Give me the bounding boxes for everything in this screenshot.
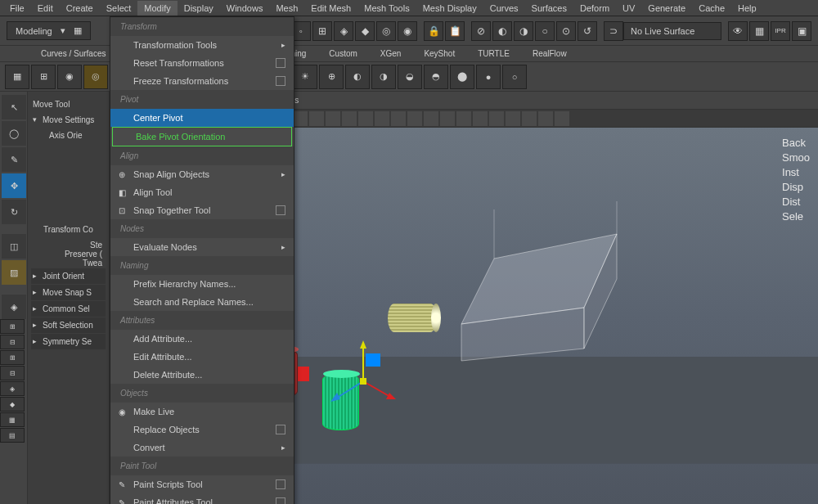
shelf-icon[interactable]: ○ <box>502 65 527 89</box>
tool-section[interactable]: Symmetry Se <box>31 334 106 349</box>
menu-item-center-pivot[interactable]: Center Pivot <box>110 109 294 127</box>
shelf-icon[interactable]: ● <box>476 65 501 89</box>
vp-tool-icon[interactable] <box>309 111 324 126</box>
menu-item-prefix-hierarchy-names-[interactable]: Prefix Hierarchy Names... <box>110 275 294 293</box>
vp-tool-icon[interactable] <box>391 111 406 126</box>
si4[interactable]: ⊟ <box>0 366 25 380</box>
shelf-tab[interactable]: TURTLE <box>470 47 518 61</box>
shelf-icon[interactable]: ◓ <box>424 65 448 89</box>
menu-item-optionbox[interactable] <box>276 497 285 504</box>
tool-section[interactable]: Move Snap S <box>31 285 106 300</box>
menu-uv[interactable]: UV <box>616 1 641 16</box>
menu-mesh-display[interactable]: Mesh Display <box>416 1 483 16</box>
sym5-icon[interactable]: ⊙ <box>556 21 576 41</box>
menu-select[interactable]: Select <box>100 1 138 16</box>
menu-item-edit-attribute-[interactable]: Edit Attribute... <box>110 348 294 366</box>
shelf-icon[interactable]: ⬤ <box>450 65 474 89</box>
hist-off-icon[interactable]: 📋 <box>445 21 465 41</box>
hud-icon[interactable]: ▦ <box>749 21 769 41</box>
vp-tool-icon[interactable] <box>407 111 422 126</box>
snap-vertex-icon[interactable]: ◆ <box>355 21 375 41</box>
menu-item-optionbox[interactable] <box>276 76 285 86</box>
vp-tool-icon[interactable] <box>326 111 340 126</box>
snap-plane-icon[interactable]: ◈ <box>334 21 353 41</box>
menu-item-snap-together-tool[interactable]: Snap Together Tool⊡ <box>110 201 294 219</box>
menu-item-convert[interactable]: Convert <box>110 439 294 457</box>
sym2-icon[interactable]: ◐ <box>492 21 512 41</box>
tool-section[interactable]: Soft Selection <box>31 317 106 333</box>
si1[interactable]: ⊞ <box>0 319 25 334</box>
snap-view-icon[interactable]: ◎ <box>376 21 396 41</box>
vp-tool-icon[interactable] <box>473 111 488 126</box>
menu-windows[interactable]: Windows <box>220 1 270 16</box>
vp-tool-icon[interactable] <box>293 111 308 126</box>
lasso-tool-icon[interactable]: ◯ <box>2 121 26 146</box>
shelf-icon[interactable]: ◒ <box>398 65 422 89</box>
si5[interactable]: ◈ <box>0 381 25 396</box>
sym-icon[interactable]: ⊘ <box>471 21 491 41</box>
si7[interactable]: ▦ <box>0 412 25 427</box>
vp-tool-icon[interactable] <box>522 111 537 126</box>
menu-item-optionbox[interactable] <box>276 58 285 68</box>
menu-item-align-tool[interactable]: Align Tool◧ <box>110 183 294 201</box>
rotate-tool-icon[interactable]: ↻ <box>2 200 26 224</box>
menu-mesh-tools[interactable]: Mesh Tools <box>357 1 416 16</box>
magnet-icon[interactable]: ⊃ <box>604 21 623 41</box>
lock-icon[interactable]: 🔒 <box>424 21 443 41</box>
paint-tool-icon[interactable]: ✎ <box>2 147 26 172</box>
menu-generate[interactable]: Generate <box>641 1 692 16</box>
shelf-icon[interactable]: ◎ <box>83 65 108 89</box>
vp-tool-icon[interactable] <box>555 111 569 126</box>
menu-mesh[interactable]: Mesh <box>269 1 304 16</box>
menu-item-transformation-tools[interactable]: Transformation Tools <box>110 36 294 54</box>
live-surface-field[interactable]: No Live Surface <box>623 22 721 40</box>
shelf-icon[interactable]: ◉ <box>57 65 82 89</box>
menu-item-evaluate-nodes[interactable]: Evaluate Nodes <box>110 238 294 256</box>
isolate-icon[interactable]: 👁 <box>728 21 748 41</box>
shelf-tab[interactable]: Custom <box>321 47 365 61</box>
menu-deform[interactable]: Deform <box>573 1 616 16</box>
si3[interactable]: ⊞ <box>0 350 25 365</box>
soft-tool-icon[interactable]: ◈ <box>2 295 26 319</box>
menu-help[interactable]: Help <box>731 1 763 16</box>
menu-item-paint-attributes-tool[interactable]: Paint Attributes Tool✎ <box>110 493 294 504</box>
si8[interactable]: ▤ <box>0 428 25 443</box>
vp-tool-icon[interactable] <box>375 111 389 126</box>
render-icon[interactable]: ▣ <box>792 21 811 41</box>
sym3-icon[interactable]: ◑ <box>514 21 533 41</box>
tool-section[interactable]: Common Sel <box>31 301 106 317</box>
scale-tool-icon[interactable]: ◫ <box>2 234 26 259</box>
menu-item-optionbox[interactable] <box>276 479 285 489</box>
sym6-icon[interactable]: ↺ <box>578 21 597 41</box>
menu-item-snap-align-objects[interactable]: Snap Align Objects⊕ <box>110 165 294 183</box>
menu-item-freeze-transformations[interactable]: Freeze Transformations <box>110 72 294 90</box>
sym4-icon[interactable]: ○ <box>535 21 555 41</box>
menu-item-bake-pivot-orientation[interactable]: Bake Pivot Orientation <box>112 127 292 146</box>
snap-grid-icon[interactable]: ⊞ <box>312 21 332 41</box>
menu-surfaces[interactable]: Surfaces <box>525 1 573 16</box>
si6[interactable]: ◆ <box>0 397 25 412</box>
vp-tool-icon[interactable] <box>506 111 520 126</box>
menu-item-paint-scripts-tool[interactable]: Paint Scripts Tool✎ <box>110 475 294 493</box>
tool-section[interactable]: Joint Orient <box>31 268 106 284</box>
si2[interactable]: ⊟ <box>0 335 25 349</box>
menu-cache[interactable]: Cache <box>692 1 731 16</box>
menu-edit-mesh[interactable]: Edit Mesh <box>304 1 357 16</box>
vp-tool-icon[interactable] <box>342 111 357 126</box>
menu-modify[interactable]: Modify <box>137 1 177 16</box>
shelf-tab[interactable]: Curves / Surfaces <box>33 47 114 61</box>
last-tool-icon[interactable]: ▨ <box>2 260 26 285</box>
shelf-icon[interactable]: ☀ <box>293 65 317 89</box>
vp-tool-icon[interactable] <box>456 111 471 126</box>
menu-item-reset-transformations[interactable]: Reset Transformations <box>110 54 294 72</box>
vp-tool-icon[interactable] <box>424 111 438 126</box>
vp-tool-icon[interactable] <box>538 111 553 126</box>
menu-item-make-live[interactable]: Make Live◉ <box>110 403 294 421</box>
shelf-icon[interactable]: ▦ <box>5 65 29 89</box>
ipr-icon[interactable]: IPR <box>771 21 790 41</box>
menu-item-add-attribute-[interactable]: Add Attribute... <box>110 330 294 348</box>
vp-tool-icon[interactable] <box>440 111 455 126</box>
menu-edit[interactable]: Edit <box>31 1 60 16</box>
menu-create[interactable]: Create <box>60 1 100 16</box>
shelf-icon[interactable]: ⊕ <box>319 65 344 89</box>
